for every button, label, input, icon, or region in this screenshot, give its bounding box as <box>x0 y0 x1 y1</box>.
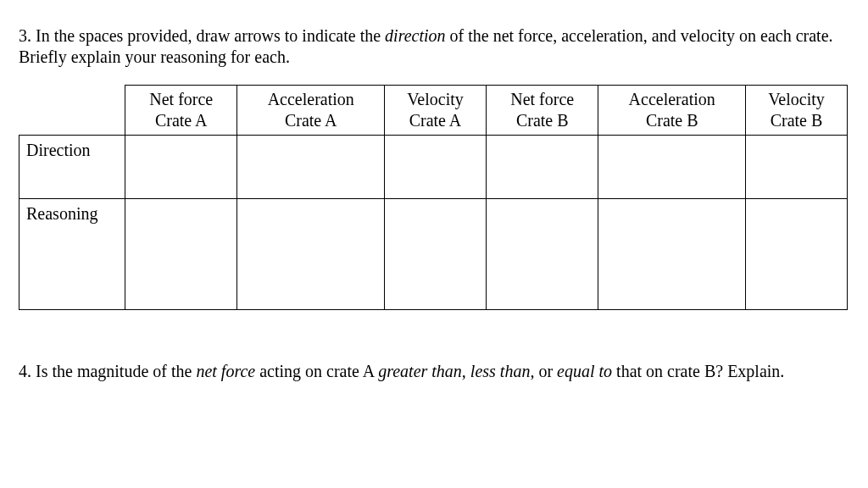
col-header: Net force Crate B <box>486 86 598 136</box>
col-header: Net force Crate A <box>125 86 237 136</box>
header-line2: Crate A <box>409 111 462 130</box>
row-label-direction: Direction <box>19 136 125 199</box>
question-3: 3. In the spaces provided, draw arrows t… <box>19 25 849 68</box>
q4-italic-netforce: net force <box>196 362 255 380</box>
q4-text-mid2: or <box>534 362 557 380</box>
header-line2: Crate A <box>155 111 208 130</box>
col-header: Velocity Crate B <box>745 86 847 136</box>
header-line1: Velocity <box>407 90 464 108</box>
direction-cell <box>384 136 486 199</box>
header-line1: Net force <box>510 90 574 108</box>
q4-text-prefix: 4. Is the magnitude of the <box>19 362 196 380</box>
header-line1: Velocity <box>768 90 825 108</box>
question-4: 4. Is the magnitude of the net force act… <box>19 361 849 382</box>
reasoning-row: Reasoning <box>19 199 848 310</box>
q4-italic-equalto: equal to <box>557 362 612 380</box>
table-corner-cell <box>19 86 125 136</box>
crate-table: Net force Crate A Acceleration Crate A V… <box>19 85 848 310</box>
reasoning-cell <box>598 199 746 310</box>
direction-row: Direction <box>19 136 848 199</box>
header-line1: Net force <box>149 90 213 108</box>
table-header-row: Net force Crate A Acceleration Crate A V… <box>19 86 848 136</box>
row-label-reasoning: Reasoning <box>19 199 125 310</box>
q4-text-rest: that on crate B? Explain. <box>612 362 784 380</box>
header-line2: Crate B <box>646 111 698 130</box>
header-line1: Acceleration <box>629 90 715 108</box>
header-line2: Crate B <box>771 111 823 130</box>
direction-cell <box>598 136 746 199</box>
q4-text-mid1: acting on crate A <box>255 362 378 380</box>
q4-italic-comparison: greater than, less than, <box>378 362 534 380</box>
direction-cell <box>237 136 385 199</box>
direction-cell <box>125 136 237 199</box>
reasoning-cell <box>745 199 847 310</box>
header-line2: Crate B <box>516 111 569 130</box>
reasoning-cell <box>486 199 598 310</box>
direction-cell <box>486 136 598 199</box>
reasoning-cell <box>125 199 237 310</box>
col-header: Acceleration Crate A <box>237 86 385 136</box>
reasoning-cell <box>237 199 385 310</box>
header-line1: Acceleration <box>268 90 354 108</box>
direction-cell <box>745 136 847 199</box>
col-header: Velocity Crate A <box>384 86 486 136</box>
q3-italic-direction: direction <box>385 26 445 45</box>
col-header: Acceleration Crate B <box>598 86 746 136</box>
q3-text-prefix: 3. In the spaces provided, draw arrows t… <box>19 26 385 45</box>
reasoning-cell <box>384 199 486 310</box>
header-line2: Crate A <box>285 111 337 130</box>
